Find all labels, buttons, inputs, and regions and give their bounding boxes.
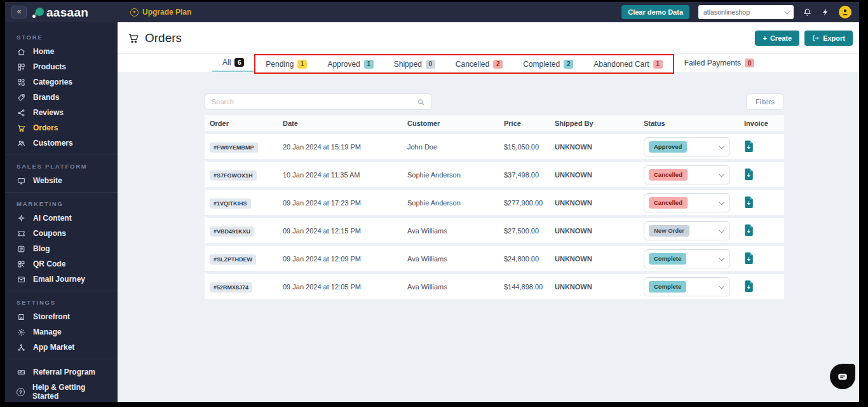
order-customer: Ava Williams — [407, 283, 504, 291]
sidebar-item-label: AI Content — [33, 214, 72, 223]
column-header-date: Date — [283, 120, 407, 127]
sidebar-collapse-button[interactable]: « — [11, 6, 27, 18]
help-icon: ? — [17, 388, 25, 396]
chevron-down-icon — [719, 284, 724, 289]
order-customer: Sophie Anderson — [407, 199, 504, 207]
tab-cancelled[interactable]: Cancelled 2 — [445, 55, 513, 72]
order-id-chip[interactable]: #S7FGWOX1H — [210, 170, 257, 181]
sidebar-item-qr-code[interactable]: QR Code — [5, 256, 118, 272]
sidebar-item-help[interactable]: ? Help & Getting Started — [5, 380, 118, 402]
invoice-icon[interactable] — [744, 141, 754, 152]
sidebar-item-label: QR Code — [33, 259, 65, 268]
status-select[interactable]: Cancelled — [644, 193, 730, 212]
status-select[interactable]: Cancelled — [644, 165, 730, 184]
tab-completed[interactable]: Completed 2 — [513, 55, 583, 72]
logo-mark-icon — [32, 8, 44, 18]
orders-table: Filters Order Date Customer Price Shippe… — [205, 93, 784, 299]
sidebar-item-email-journey[interactable]: Email Journey — [5, 272, 118, 287]
notifications-bell-icon[interactable] — [803, 8, 812, 17]
order-date: 10 Jan 2024 at 11:35 AM — [283, 171, 407, 179]
invoice-icon[interactable] — [744, 169, 754, 180]
sidebar-item-products[interactable]: Products — [5, 59, 118, 74]
topbar-right: Clear demo Data atlasonlineshop — [621, 5, 859, 19]
table-row: #1VQITKIHS 09 Jan 2024 at 17:23 PM Sophi… — [205, 190, 784, 215]
sidebar-item-home[interactable]: Home — [5, 44, 118, 59]
status-select[interactable]: Complete — [644, 249, 730, 268]
sidebar-item-reviews[interactable]: Reviews — [5, 105, 118, 120]
sidebar-item-brands[interactable]: Brands — [5, 90, 118, 105]
order-shipped-by: UNKNOWN — [555, 171, 644, 179]
order-date: 09 Jan 2024 at 12:09 PM — [283, 255, 407, 263]
sidebar-item-label: App Market — [33, 343, 74, 352]
sidebar-item-categories[interactable]: Categories — [5, 74, 118, 90]
annotation-highlight-box: Pending 1 Approved 1 Shipped 0 Cancell — [254, 54, 674, 74]
tab-shipped[interactable]: Shipped 0 — [384, 55, 445, 72]
tab-abandoned-cart[interactable]: Abandoned Cart 1 — [583, 55, 672, 72]
chevron-down-icon — [719, 256, 724, 261]
qr-icon — [17, 260, 25, 268]
table-row: #52RMX8J74 09 Jan 2024 at 12:05 PM Ava W… — [205, 274, 784, 299]
storefront-icon — [17, 313, 25, 321]
order-id-chip[interactable]: #FW0YEMBMP — [210, 142, 258, 153]
sidebar-item-app-market[interactable]: App Market — [5, 340, 118, 355]
tab-pending[interactable]: Pending 1 — [255, 55, 317, 72]
sidebar-item-website[interactable]: Website — [5, 173, 118, 188]
order-date: 09 Jan 2024 at 12:05 PM — [283, 283, 407, 291]
section-title-settings: SETTINGS — [17, 299, 106, 306]
chevron-down-icon — [719, 228, 724, 233]
quick-actions-bolt-icon[interactable] — [821, 8, 830, 17]
page-title: Orders — [128, 31, 182, 45]
user-avatar[interactable] — [839, 6, 851, 18]
upgrade-plan-link[interactable]: Upgrade Plan — [130, 8, 191, 17]
invoice-icon[interactable] — [744, 252, 754, 264]
column-header-price: Price — [504, 120, 555, 127]
tab-count-badge: 6 — [234, 58, 244, 67]
search-input[interactable] — [212, 98, 417, 106]
table-row: #VBD491KXU 09 Jan 2024 at 12:15 PM Ava W… — [205, 218, 784, 243]
sidebar-item-customers[interactable]: Customers — [5, 135, 118, 151]
tab-all[interactable]: All 6 — [212, 54, 254, 72]
tab-approved[interactable]: Approved 1 — [317, 55, 383, 72]
order-id-chip[interactable]: #1VQITKIHS — [210, 198, 251, 209]
order-id-chip[interactable]: #SLZPTHDEW — [210, 254, 256, 265]
chat-widget-button[interactable] — [830, 364, 855, 389]
mail-icon — [17, 275, 25, 284]
order-price: $144,898.00 — [504, 283, 555, 291]
tab-count-badge: 2 — [493, 60, 503, 69]
grid-icon — [17, 63, 25, 71]
sidebar-item-manage[interactable]: Manage — [5, 324, 118, 340]
status-select[interactable]: Complete — [644, 277, 730, 296]
invoice-icon[interactable] — [744, 280, 754, 292]
sidebar-item-label: Customers — [33, 139, 73, 148]
status-select[interactable]: Approved — [644, 137, 730, 156]
store-selector[interactable]: atlasonlineshop — [698, 5, 794, 19]
export-icon — [812, 34, 820, 42]
invoice-icon[interactable] — [744, 224, 754, 236]
sidebar-item-referral-program[interactable]: Referral Program — [5, 364, 118, 380]
app-logo: aasaan — [32, 6, 88, 18]
status-pill: Cancelled — [649, 169, 688, 181]
sidebar-item-coupons[interactable]: Coupons — [5, 226, 118, 241]
tab-failed-payments[interactable]: Failed Payments 0 — [674, 54, 764, 72]
status-select[interactable]: New Order — [644, 221, 730, 240]
tab-count-badge: 1 — [653, 60, 663, 69]
sidebar-item-storefront[interactable]: Storefront — [5, 309, 118, 324]
status-pill: Approved — [649, 141, 687, 153]
order-shipped-by: UNKNOWN — [555, 199, 644, 207]
sidebar-item-label: Brands — [33, 93, 59, 102]
order-id-chip[interactable]: #52RMX8J74 — [210, 282, 252, 293]
clear-demo-data-button[interactable]: Clear demo Data — [621, 5, 689, 19]
sidebar-item-ai-content[interactable]: AI Content — [5, 210, 118, 226]
order-id-chip[interactable]: #VBD491KXU — [210, 226, 254, 237]
invoice-icon[interactable] — [744, 197, 754, 208]
create-button[interactable]: + Create — [755, 31, 799, 46]
order-shipped-by: UNKNOWN — [555, 283, 644, 291]
sparkle-icon — [17, 214, 25, 223]
sidebar-item-orders[interactable]: Orders — [5, 120, 118, 135]
store-selector-value: atlasonlineshop — [703, 8, 750, 16]
export-button[interactable]: Export — [804, 31, 853, 46]
sidebar-item-blog[interactable]: Blog — [5, 241, 118, 256]
tab-count-badge: 0 — [426, 60, 435, 69]
sidebar: STORE Home Products Categories Brands — [5, 22, 118, 402]
filters-button[interactable]: Filters — [746, 93, 784, 110]
